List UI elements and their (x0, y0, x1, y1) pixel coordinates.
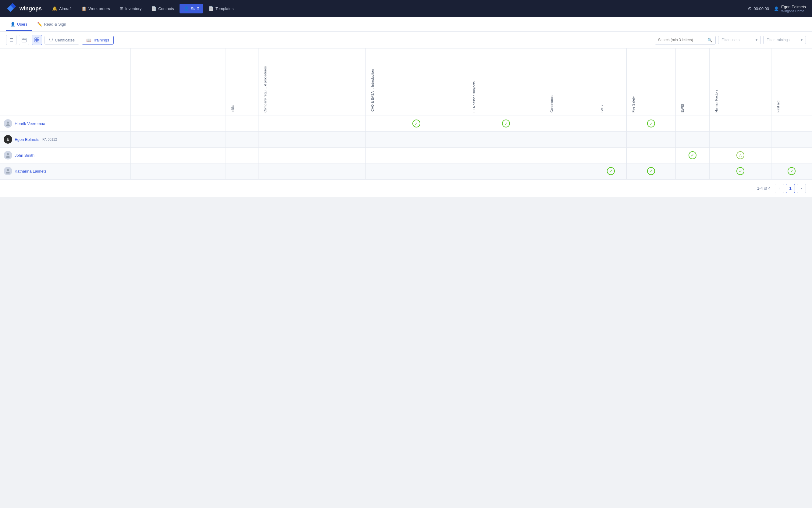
nav-inventory-label: Inventory (125, 6, 141, 11)
check-complete: ✓ (647, 120, 655, 127)
view-grid-button[interactable] (32, 35, 42, 45)
cell-first-aid[interactable] (771, 116, 812, 131)
certificates-filter-button[interactable]: 🛡 Certificates (45, 36, 79, 45)
cell-fire-safety[interactable]: ✓ (627, 163, 675, 179)
cell-ela[interactable] (467, 131, 545, 147)
svg-point-12 (7, 154, 9, 156)
cell-fire-safety[interactable]: ✓ (627, 116, 675, 131)
cell-ewis[interactable] (675, 131, 709, 147)
nav-templates-label: Templates (216, 6, 233, 11)
cell-org (131, 163, 226, 179)
cell-sms[interactable]: ✓ (595, 163, 627, 179)
col-continuous-label: Continuous (550, 95, 553, 113)
cell-sms[interactable] (595, 116, 627, 131)
cell-icao-easa[interactable] (365, 147, 467, 163)
cell-human-factors[interactable]: ✓ (710, 163, 771, 179)
cell-ewis[interactable] (675, 163, 709, 179)
check-complete: ✓ (688, 151, 696, 159)
pagination-page-1-button[interactable]: 1 (786, 184, 795, 193)
pagination-range: 1-4 of 4 (757, 186, 771, 190)
cell-continuous[interactable] (545, 116, 595, 131)
cell-initial[interactable] (226, 163, 259, 179)
toolbar: ☰ 🛡 Certificates 📖 Trainings 🔍 Filter us… (0, 32, 812, 48)
nav-staff[interactable]: 👤 Staff (180, 4, 203, 13)
col-sms-label: SMS (600, 105, 604, 113)
check-complete: ✓ (787, 167, 796, 175)
filter-trainings-dropdown[interactable]: Filter trainings ▾ (763, 36, 806, 44)
col-fire-safety-label: Fire Safety (632, 96, 635, 112)
nav-aircraft[interactable]: 🔔 Aircraft (48, 4, 76, 13)
pagination-next-button[interactable]: › (797, 184, 806, 193)
subnav-users[interactable]: 👤 Users (6, 18, 32, 31)
cell-initial[interactable] (226, 131, 259, 147)
cell-name[interactable]: John Smith (0, 147, 131, 163)
trainings-filter-button[interactable]: 📖 Trainings (82, 36, 114, 45)
cell-name[interactable]: EEgon Eelmets PA-00112 (0, 131, 131, 147)
svg-rect-7 (37, 38, 39, 40)
cell-human-factors[interactable]: △ (710, 147, 771, 163)
pagination-prev-button[interactable]: ‹ (775, 184, 784, 193)
timer-value: 00:00:00 (754, 6, 769, 11)
filter-users-dropdown[interactable]: Filter users ▾ (718, 36, 761, 44)
cell-sms[interactable] (595, 147, 627, 163)
nav-inventory[interactable]: ⊞ Inventory (116, 4, 146, 13)
table-wrapper: Initial Company regu ... d procedures IC… (0, 48, 812, 179)
cell-icao-easa[interactable] (365, 131, 467, 147)
user-avatar (4, 119, 12, 128)
cell-company-regu[interactable] (258, 163, 365, 179)
cell-ela[interactable]: ✓ (467, 116, 545, 131)
subnav-read-sign[interactable]: ✏️ Read & Sign (33, 18, 71, 31)
check-complete: ✓ (502, 120, 510, 127)
cell-icao-easa[interactable]: ✓ (365, 116, 467, 131)
shield-icon: 🛡 (49, 38, 53, 42)
col-header-name (0, 48, 131, 116)
cell-fire-safety[interactable] (627, 147, 675, 163)
contacts-icon: 📄 (151, 6, 156, 11)
cell-continuous[interactable] (545, 131, 595, 147)
cell-initial[interactable] (226, 147, 259, 163)
cell-ela[interactable] (467, 163, 545, 179)
col-header-continuous: Continuous (545, 48, 595, 116)
user-name-suffix: PA-00112 (42, 137, 57, 141)
col-header-sms: SMS (595, 48, 627, 116)
cell-org (131, 147, 226, 163)
col-header-ela: ELA passed subjects (467, 48, 545, 116)
cell-company-regu[interactable] (258, 147, 365, 163)
svg-rect-9 (37, 40, 39, 42)
nav-right: ⏱ 00:00:00 👤 Egon Eelmets Wingops Demo (748, 5, 806, 13)
cell-ewis[interactable] (675, 116, 709, 131)
nav-templates[interactable]: 📄 Templates (204, 4, 238, 13)
view-list-button[interactable]: ☰ (6, 35, 16, 45)
cell-company-regu[interactable] (258, 131, 365, 147)
user-avatar: E (4, 135, 12, 143)
view-calendar-button[interactable] (19, 35, 29, 45)
cell-human-factors[interactable] (710, 131, 771, 147)
cell-first-aid[interactable]: ✓ (771, 163, 812, 179)
user-info[interactable]: 👤 Egon Eelmets Wingops Demo (774, 5, 806, 13)
cell-first-aid[interactable] (771, 131, 812, 147)
logo[interactable]: wingops (6, 3, 42, 14)
cell-name[interactable]: Katharina Laimets (0, 163, 131, 179)
cell-continuous[interactable] (545, 163, 595, 179)
cell-ela[interactable] (467, 147, 545, 163)
cell-initial[interactable] (226, 116, 259, 131)
col-header-ewis: EWIS (675, 48, 709, 116)
col-icao-easa-label: ICAO & EASA ... Introduction (371, 69, 374, 113)
svg-point-10 (7, 122, 9, 124)
timer[interactable]: ⏱ 00:00:00 (748, 6, 769, 11)
cell-icao-easa[interactable] (365, 163, 467, 179)
cell-company-regu[interactable] (258, 116, 365, 131)
nav-contacts[interactable]: 📄 Contacts (147, 4, 178, 13)
cell-continuous[interactable] (545, 147, 595, 163)
cell-ewis[interactable]: ✓ (675, 147, 709, 163)
cell-human-factors[interactable] (710, 116, 771, 131)
table-row: EEgon Eelmets PA-00112 (0, 131, 812, 147)
cell-fire-safety[interactable] (627, 131, 675, 147)
cell-first-aid[interactable] (771, 147, 812, 163)
search-input[interactable] (658, 38, 706, 42)
nav-workorders[interactable]: 📋 Work orders (77, 4, 114, 13)
check-complete: ✓ (412, 120, 420, 127)
cell-sms[interactable] (595, 131, 627, 147)
cell-name[interactable]: Henrik Veeremaa (0, 116, 131, 131)
search-icon: 🔍 (708, 38, 712, 42)
